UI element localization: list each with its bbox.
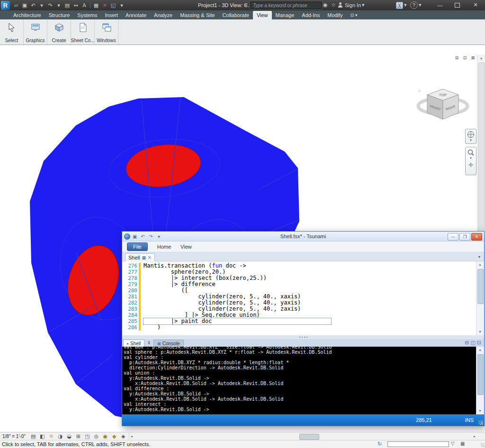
measure-icon[interactable]: ↔: [72, 2, 80, 9]
dock-toggle-icon[interactable]: ↕: [145, 340, 153, 347]
scroll-left-icon[interactable]: ◂: [131, 434, 133, 439]
visual-style-icon[interactable]: ◧: [38, 433, 47, 439]
ribbon-panel-graphics[interactable]: Graphics: [24, 19, 47, 45]
horizontal-scroll-thumb[interactable]: [299, 434, 319, 440]
console-scroll-up-icon[interactable]: ▴: [476, 347, 484, 353]
tsunami-tab-view[interactable]: View: [180, 244, 192, 250]
text-icon[interactable]: A: [80, 2, 89, 9]
zoom-dropdown-icon[interactable]: ▾: [470, 156, 472, 160]
resize-grip[interactable]: [478, 420, 483, 425]
console-scroll-down-icon[interactable]: ▾: [476, 408, 484, 414]
redo-dropdown-icon[interactable]: ▾: [54, 2, 63, 9]
tsunami-restore-button[interactable]: ❐: [459, 233, 470, 241]
tsunami-minimize-button[interactable]: —: [448, 233, 458, 241]
tab-close-icon[interactable]: ✕: [148, 255, 152, 260]
temporary-hide-isolate-icon[interactable]: ◎: [92, 433, 101, 439]
ribbon-panel-windows[interactable]: Windows: [95, 19, 118, 45]
split-horizontal-icon[interactable]: ⊟: [465, 340, 469, 346]
fsharp-console[interactable]: val box : p:Autodesk.Revit.DB.XYZ * size…: [122, 347, 484, 414]
tsunami-tab-file[interactable]: File: [127, 242, 148, 251]
print-icon[interactable]: ▤: [63, 2, 72, 9]
code-line-286[interactable]: 286 ): [122, 324, 484, 331]
tsunami-window[interactable]: ▣↶↷▾ Shell.fsx* - Tsunami — ❐ ✕ File Hom…: [122, 231, 485, 426]
editor-scroll-thumb[interactable]: [477, 269, 484, 304]
code-line-285[interactable]: 285 |> paint doc: [122, 318, 484, 324]
view-scale-button[interactable]: 1/8" = 1'-0": [0, 434, 29, 439]
ribbon-tab-view[interactable]: View: [253, 11, 272, 19]
ribbon-tab-manage[interactable]: Manage: [272, 11, 298, 19]
grid-icon[interactable]: ▦: [92, 2, 100, 9]
viewcube-home-icon[interactable]: ⌂: [418, 88, 421, 93]
search-history-arrow-icon[interactable]: ▸: [245, 3, 247, 7]
filter-icon[interactable]: ▽: [451, 441, 455, 446]
shadows-icon[interactable]: ◑: [56, 433, 65, 439]
temporary-view-properties-icon[interactable]: ◈: [119, 433, 128, 439]
ribbon-tab-massing-site[interactable]: Massing & Site: [176, 11, 218, 19]
search-go-icon[interactable]: ◉: [323, 2, 328, 8]
window-resize-grip[interactable]: [481, 443, 485, 447]
show-crop-region-icon[interactable]: ◳: [83, 433, 92, 439]
detail-level-icon[interactable]: ▤: [29, 433, 38, 439]
sun-path-icon[interactable]: ☼: [47, 433, 56, 439]
split-vertical-icon[interactable]: ◫: [470, 340, 475, 346]
quick-access-dropdown-icon[interactable]: ▾: [155, 234, 162, 239]
ribbon-tab-architecture[interactable]: Architecture: [9, 11, 45, 19]
status-filter-input[interactable]: [387, 441, 449, 447]
minimize-button[interactable]: —: [432, 0, 448, 10]
editor-scrollbar[interactable]: ▴ ▾: [476, 261, 484, 335]
tsunami-tab-home[interactable]: Home: [157, 244, 171, 250]
editor-scroll-down-icon[interactable]: ▾: [476, 329, 484, 335]
sign-in-dropdown-icon[interactable]: ▾: [362, 2, 365, 8]
ribbon-panel-select[interactable]: Select: [0, 19, 24, 45]
view-restore-icon[interactable]: ⊡: [461, 55, 468, 60]
undo-dropdown-icon[interactable]: ▾: [37, 2, 46, 9]
save-icon[interactable]: ▣: [131, 234, 138, 239]
redo-icon[interactable]: ↷: [46, 2, 54, 9]
close-button[interactable]: ✕: [467, 0, 484, 10]
tsunami-close-button[interactable]: ✕: [471, 233, 482, 241]
view-minimize-icon[interactable]: ⊟: [453, 55, 460, 60]
viewcube[interactable]: TOP FRONT RIGHT ⌂: [414, 85, 471, 133]
scroll-right-icon[interactable]: ▸: [474, 434, 476, 439]
console-scroll-thumb[interactable]: [477, 354, 484, 395]
maximize-button[interactable]: [449, 0, 465, 10]
revit-app-button[interactable]: R: [1, 1, 10, 10]
close-hidden-windows-icon[interactable]: ✕: [100, 2, 109, 9]
tab-list-dropdown-icon[interactable]: ▾: [478, 255, 480, 259]
exchange-dropdown-icon[interactable]: ▾: [404, 2, 407, 8]
editable-only-icon[interactable]: ▦: [460, 441, 465, 446]
show-rendering-dialog-icon[interactable]: ◒: [65, 433, 74, 439]
ribbon-panel-sheet-co[interactable]: Sheet Co...: [71, 19, 95, 45]
sign-in-button[interactable]: Sign In: [345, 2, 361, 8]
reveal-hidden-elements-icon[interactable]: ◉: [101, 433, 110, 439]
favorites-icon[interactable]: ☆: [331, 2, 336, 8]
document-tab-shell[interactable]: Shell ▦ ✕: [125, 253, 155, 261]
customize-quick-access-icon[interactable]: ▾: [117, 2, 126, 9]
undo-icon[interactable]: ↶: [29, 2, 37, 9]
ribbon-tab-add-ins[interactable]: Add-Ins: [298, 11, 323, 19]
tsunami-app-icon[interactable]: [124, 233, 130, 240]
unlocked-view-icon[interactable]: ◆: [110, 433, 119, 439]
help-dropdown-icon[interactable]: ▾: [419, 2, 422, 8]
code-editor[interactable]: 276Mantis.transaction (fun doc ->277 sph…: [122, 261, 484, 335]
undo-icon[interactable]: ↶: [139, 234, 146, 239]
help-icon[interactable]: ?: [410, 1, 418, 9]
viewport-horizontal-scrollbar[interactable]: ◂ ▸: [129, 433, 484, 440]
ribbon-tab-systems[interactable]: Systems: [73, 11, 101, 19]
exchange-apps-icon[interactable]: ╳: [396, 2, 403, 9]
pan-icon[interactable]: [467, 161, 474, 168]
scroll-up-icon[interactable]: ▴: [477, 54, 485, 62]
console-scrollbar[interactable]: ▴ ▾: [476, 347, 484, 414]
wheel-dropdown-icon[interactable]: ▾: [470, 138, 472, 142]
view-close-icon[interactable]: ⊠: [469, 55, 476, 60]
ribbon-tab-analyze[interactable]: Analyze: [150, 11, 176, 19]
editor-scroll-up-icon[interactable]: ▴: [476, 261, 484, 268]
panel-splitter[interactable]: [122, 335, 484, 339]
save-icon[interactable]: ▣: [20, 2, 29, 9]
ribbon-state-toggle-icon[interactable]: ⊡ ▾: [350, 13, 358, 19]
cascade-windows-icon[interactable]: ◱: [109, 2, 117, 9]
ribbon-tab-collaborate[interactable]: Collaborate: [219, 11, 253, 19]
background-processes-icon[interactable]: ↻: [377, 441, 382, 447]
ribbon-panel-create[interactable]: Create: [47, 19, 71, 45]
maximize-panel-icon[interactable]: ⊡: [477, 340, 481, 346]
